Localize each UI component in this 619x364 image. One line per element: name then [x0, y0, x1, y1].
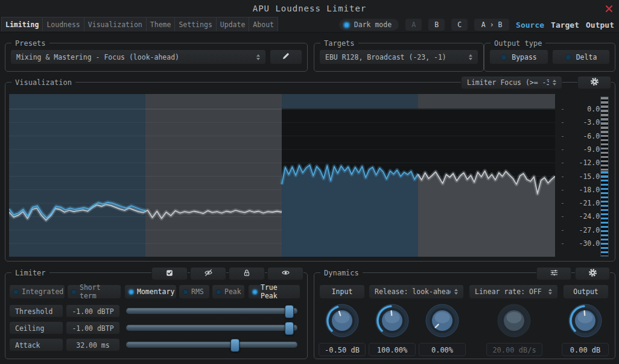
- attack-value: 32.00 ms: [66, 338, 120, 351]
- limiter-section: Limiter Integrated Short term: [5, 272, 308, 359]
- limiter-lock-button[interactable]: [229, 267, 265, 280]
- dark-mode-toggle[interactable]: Dark mode: [339, 19, 399, 31]
- threshold-slider-handle[interactable]: [285, 305, 294, 318]
- level-meter-lower: [601, 171, 608, 256]
- delta-label: Delta: [576, 53, 597, 61]
- output-gain-value: 0.00 dB: [562, 343, 609, 356]
- target-value: EBU R128, Broadcast (-23, -1): [325, 53, 465, 61]
- axis-tick: --18.00: [560, 186, 604, 194]
- lock-icon: [243, 268, 251, 280]
- output-gain-knob[interactable]: [566, 301, 605, 340]
- metric-rms[interactable]: RMS: [179, 284, 210, 299]
- tab-loudness[interactable]: Loudness: [43, 17, 84, 31]
- limiter-focus-select[interactable]: Limiter Focus (>= -30): [461, 76, 562, 89]
- output-type-legend: Output type: [490, 37, 545, 49]
- tab-visualization[interactable]: Visualization: [84, 17, 147, 31]
- tab-update[interactable]: Update: [217, 17, 250, 31]
- input-gain-value: -0.50 dB: [319, 343, 366, 356]
- limiter-legend: Limiter: [11, 267, 49, 279]
- tab-about[interactable]: About: [249, 17, 278, 31]
- visualization-legend: Visualization: [11, 77, 75, 89]
- output-type-section: Output type Bypass Delta: [484, 43, 615, 72]
- ab-button-b[interactable]: B: [428, 19, 445, 31]
- dropdown-icon: [454, 289, 458, 295]
- metric-momentary[interactable]: Momentary: [124, 284, 177, 299]
- limiter-focus-value: Limiter Focus (>= -30): [467, 78, 549, 87]
- view-target[interactable]: Target: [551, 20, 579, 30]
- close-button[interactable]: [605, 4, 614, 13]
- limiter-enable-button[interactable]: [151, 267, 188, 280]
- dropdown-icon: [469, 54, 472, 60]
- close-icon: [605, 4, 614, 16]
- presets-section: Presets Mixing & Mastering - Focus (look…: [5, 43, 308, 72]
- mixer-icon: [550, 268, 559, 280]
- metric-true-peak[interactable]: True Peak: [248, 284, 300, 299]
- input-button[interactable]: Input: [319, 284, 365, 299]
- axis-tick: --30.00: [560, 239, 604, 248]
- dark-mode-dot: [343, 22, 350, 28]
- topbar-right: Dark mode A B C A › B Source Target Outp…: [339, 18, 614, 31]
- edit-preset-button[interactable]: [270, 49, 302, 64]
- ceiling-slider[interactable]: [126, 321, 297, 334]
- axis-tick: --27.00: [560, 226, 604, 234]
- viz-plot: [9, 94, 555, 257]
- ceiling-slider-track[interactable]: [126, 325, 297, 331]
- axis-tick: --21.00: [560, 199, 604, 207]
- release-select[interactable]: Release: look-ahead: [369, 284, 464, 299]
- ceiling-label: Ceiling: [9, 321, 63, 334]
- tabs: Limiting Loudness Visualization Theme Se…: [1, 17, 278, 31]
- release-knob[interactable]: [373, 301, 411, 340]
- limiter-show-button[interactable]: [267, 267, 303, 280]
- radio-dot: [13, 289, 19, 295]
- threshold-slider[interactable]: [126, 304, 297, 318]
- visualization-settings-button[interactable]: [577, 76, 611, 89]
- output-button[interactable]: Output: [563, 284, 609, 299]
- eye-icon: [281, 268, 290, 280]
- ab-button-c[interactable]: C: [451, 19, 468, 31]
- ceiling-slider-handle[interactable]: [285, 322, 294, 335]
- delta-dot: [565, 54, 571, 60]
- attack-slider[interactable]: [126, 338, 297, 351]
- input-gain-knob[interactable]: [323, 301, 361, 340]
- threshold-label: Threshold: [9, 304, 63, 318]
- visualization-section: Visualization Limiter Focus (>= -30) -0.…: [5, 82, 615, 262]
- metric-peak[interactable]: Peak: [212, 284, 245, 299]
- plugin-window: APU Loudness Limiter Limiting Loudness V…: [0, 0, 619, 364]
- ab-copy-button[interactable]: A › B: [474, 19, 509, 31]
- tab-theme[interactable]: Theme: [147, 17, 176, 31]
- tab-limiting[interactable]: Limiting: [1, 17, 43, 31]
- eye-off-icon: [204, 268, 213, 280]
- threshold-value: -1.00 dBTP: [66, 304, 120, 318]
- linear-rate-select[interactable]: Linear rate: OFF: [469, 284, 558, 299]
- bypass-label: Bypass: [512, 53, 537, 61]
- bypass-toggle[interactable]: Bypass: [489, 49, 548, 64]
- dynamics-settings-button[interactable]: [575, 267, 610, 280]
- delta-toggle[interactable]: Delta: [552, 49, 610, 64]
- attack-label: Attack: [9, 338, 63, 351]
- tab-settings[interactable]: Settings: [175, 17, 216, 31]
- tab-bar: Limiting Loudness Visualization Theme Se…: [0, 17, 619, 33]
- attack-slider-track[interactable]: [126, 342, 297, 348]
- metric-short-term[interactable]: Short term: [67, 284, 121, 299]
- ab-button-a[interactable]: A: [405, 19, 422, 31]
- dark-mode-label: Dark mode: [354, 19, 392, 31]
- threshold-slider-track[interactable]: [126, 308, 297, 314]
- target-select[interactable]: EBU R128, Broadcast (-23, -1): [319, 49, 478, 64]
- linear-rate-knob[interactable]: [495, 301, 533, 340]
- radio-dot: [183, 289, 188, 295]
- metric-integrated[interactable]: Integrated: [9, 284, 65, 299]
- axis-tick: --3.00: [560, 118, 604, 127]
- radio-dot: [216, 289, 221, 295]
- axis-tick: --12.00: [560, 158, 604, 167]
- release-mix-knob[interactable]: [423, 301, 462, 340]
- ceiling-value: -1.00 dBTP: [66, 321, 120, 334]
- limiter-hide-button[interactable]: [190, 267, 226, 280]
- checkbox-checked-icon: [165, 268, 174, 280]
- gear-icon: [588, 268, 597, 280]
- preset-select[interactable]: Mixing & Mastering - Focus (look-ahead): [10, 49, 266, 64]
- view-output[interactable]: Output: [586, 20, 614, 30]
- view-source[interactable]: Source: [516, 20, 544, 30]
- attack-slider-handle[interactable]: [230, 339, 240, 352]
- dynamics-mixer-button[interactable]: [536, 267, 571, 280]
- axis-tick: --24.00: [560, 212, 604, 221]
